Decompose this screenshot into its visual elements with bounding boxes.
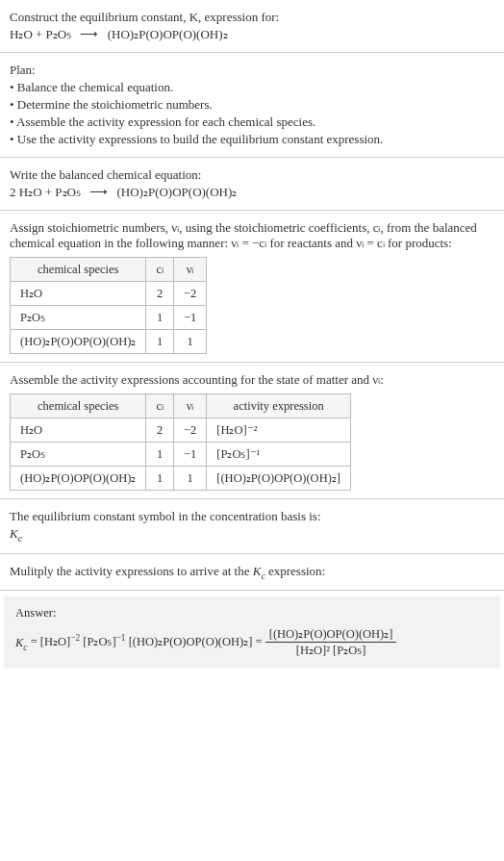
cell-activity: [(HO)₂P(O)OP(O)(OH)₂] — [207, 467, 351, 491]
answer-box: Answer: Kc = [H₂O]−2 [P₂O₅]−1 [(HO)₂P(O)… — [4, 596, 500, 668]
fraction-denominator: [H₂O]² [P₂O₅] — [265, 643, 397, 658]
assign-text: Assign stoichiometric numbers, νᵢ, using… — [10, 220, 494, 251]
cell-species: P₂O₅ — [11, 443, 146, 467]
table-row: P₂O₅ 1 −1 [P₂O₅]⁻¹ — [11, 443, 351, 467]
table-header-row: chemical species cᵢ νᵢ activity expressi… — [11, 394, 351, 418]
table-header-row: chemical species cᵢ νᵢ — [11, 258, 207, 282]
plan-heading: Plan: — [10, 63, 494, 78]
balanced-rhs: (HO)₂P(O)OP(O)(OH)₂ — [116, 185, 237, 199]
table-row: H₂O 2 −2 [H₂O]⁻² — [11, 418, 351, 443]
activity-table: chemical species cᵢ νᵢ activity expressi… — [10, 393, 351, 491]
col-ci: cᵢ — [146, 394, 174, 418]
answer-expression: Kc = [H₂O]−2 [P₂O₅]−1 [(HO)₂P(O)OP(O)(OH… — [15, 626, 489, 658]
cell-activity: [P₂O₅]⁻¹ — [207, 443, 351, 467]
cell-ci: 1 — [146, 306, 174, 330]
cell-vi: −1 — [173, 443, 206, 467]
cell-ci: 2 — [146, 418, 174, 443]
assign-section: Assign stoichiometric numbers, νᵢ, using… — [0, 211, 504, 363]
balanced-heading: Write the balanced chemical equation: — [10, 167, 494, 183]
cell-species: (HO)₂P(O)OP(O)(OH)₂ — [11, 467, 146, 491]
unbalanced-equation: H₂O + P₂O₅ ⟶ (HO)₂P(O)OP(O)(OH)₂ — [10, 27, 494, 42]
cell-ci: 1 — [146, 330, 174, 354]
cell-species: H₂O — [11, 282, 146, 306]
col-species: chemical species — [11, 258, 146, 282]
cell-species: P₂O₅ — [11, 306, 146, 330]
plan-item-2: • Determine the stoichiometric numbers. — [10, 97, 494, 113]
cell-vi: −2 — [173, 282, 206, 306]
plan-item-1: • Balance the chemical equation. — [10, 80, 494, 95]
multiply-text: Mulitply the activity expressions to arr… — [10, 564, 494, 581]
cell-ci: 1 — [146, 443, 174, 467]
symbol-kc: Kc — [10, 526, 494, 544]
plan-item-text: Use the activity expressions to build th… — [17, 132, 384, 146]
table-row: (HO)₂P(O)OP(O)(OH)₂ 1 1 — [11, 330, 207, 354]
col-ci: cᵢ — [146, 258, 174, 282]
arrow-icon: ⟶ — [74, 27, 104, 41]
fraction-numerator: [(HO)₂P(O)OP(O)(OH)₂] — [265, 626, 397, 643]
cell-ci: 1 — [146, 467, 174, 491]
cell-vi: −1 — [173, 306, 206, 330]
cell-ci: 2 — [146, 282, 174, 306]
col-species: chemical species — [11, 394, 146, 418]
balanced-equation: 2 H₂O + P₂O₅ ⟶ (HO)₂P(O)OP(O)(OH)₂ — [10, 185, 494, 200]
cell-species: H₂O — [11, 418, 146, 443]
plan-item-4: • Use the activity expressions to build … — [10, 132, 494, 147]
table-row: P₂O₅ 1 −1 — [11, 306, 207, 330]
plan-item-text: Assemble the activity expression for eac… — [16, 114, 315, 129]
answer-fraction: [(HO)₂P(O)OP(O)(OH)₂] [H₂O]² [P₂O₅] — [265, 626, 397, 658]
col-vi: νᵢ — [173, 394, 206, 418]
symbol-section: The equilibrium constant symbol in the c… — [0, 499, 504, 554]
balanced-lhs: 2 H₂O + P₂O₅ — [10, 185, 81, 199]
intro-text: Construct the equilibrium constant, K, e… — [10, 10, 279, 24]
symbol-text: The equilibrium constant symbol in the c… — [10, 509, 494, 524]
eq-lhs: H₂O + P₂O₅ — [10, 27, 71, 41]
cell-vi: 1 — [173, 467, 206, 491]
cell-vi: −2 — [173, 418, 206, 443]
plan-item-text: Balance the chemical equation. — [17, 80, 173, 94]
multiply-section: Mulitply the activity expressions to arr… — [0, 554, 504, 592]
answer-label: Answer: — [15, 606, 489, 620]
stoich-table: chemical species cᵢ νᵢ H₂O 2 −2 P₂O₅ 1 −… — [10, 257, 207, 354]
cell-species: (HO)₂P(O)OP(O)(OH)₂ — [11, 330, 146, 354]
arrow-icon: ⟶ — [84, 185, 113, 199]
activity-section: Assemble the activity expressions accoun… — [0, 363, 504, 499]
intro-line: Construct the equilibrium constant, K, e… — [10, 10, 494, 25]
problem-statement: Construct the equilibrium constant, K, e… — [0, 0, 504, 53]
plan-item-3: • Assemble the activity expression for e… — [10, 114, 494, 130]
activity-heading: Assemble the activity expressions accoun… — [10, 372, 494, 388]
eq-rhs: (HO)₂P(O)OP(O)(OH)₂ — [108, 27, 228, 41]
col-vi: νᵢ — [173, 258, 206, 282]
table-row: (HO)₂P(O)OP(O)(OH)₂ 1 1 [(HO)₂P(O)OP(O)(… — [11, 467, 351, 491]
balanced-section: Write the balanced chemical equation: 2 … — [0, 158, 504, 211]
plan-section: Plan: • Balance the chemical equation. •… — [0, 53, 504, 158]
answer-lhs: Kc = [H₂O]−2 [P₂O₅]−1 [(HO)₂P(O)OP(O)(OH… — [15, 633, 263, 651]
table-row: H₂O 2 −2 — [11, 282, 207, 306]
col-activity: activity expression — [207, 394, 351, 418]
cell-vi: 1 — [173, 330, 206, 354]
cell-activity: [H₂O]⁻² — [207, 418, 351, 443]
plan-item-text: Determine the stoichiometric numbers. — [17, 97, 213, 112]
